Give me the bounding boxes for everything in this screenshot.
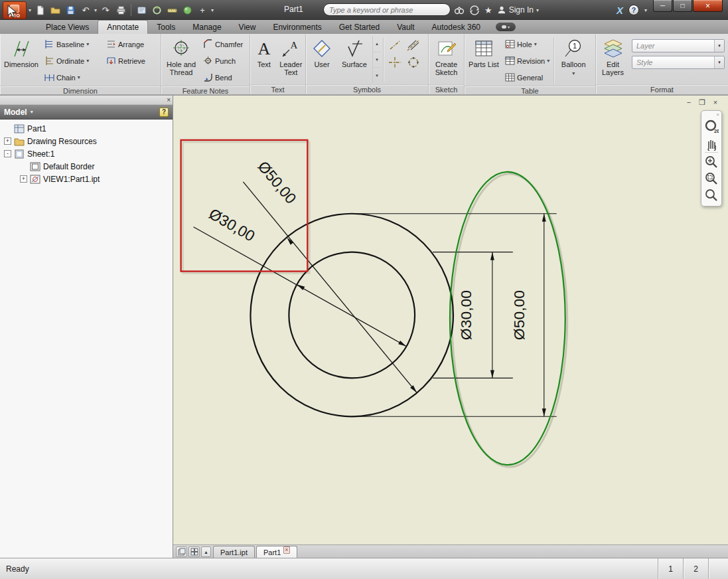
- linear-dimension-30[interactable]: Ø30,00: [433, 252, 513, 378]
- panel-label-table[interactable]: Table: [465, 86, 595, 96]
- expander-icon[interactable]: +: [4, 137, 11, 145]
- drawing-canvas[interactable]: − ❐ × × 2D: [173, 96, 728, 558]
- panel-label-text[interactable]: Text: [250, 84, 305, 94]
- maximize-button[interactable]: □: [673, 0, 692, 12]
- bend-button[interactable]: Bend: [200, 69, 246, 86]
- tab-place-views[interactable]: Place Views: [37, 21, 98, 34]
- help-search-box[interactable]: [323, 3, 451, 16]
- drawing-view[interactable]: Ø50,00 Ø30,00 Ø30,00: [173, 96, 728, 544]
- dim-label-linear-30[interactable]: Ø30,00: [457, 290, 474, 340]
- exchange-apps-icon[interactable]: X: [617, 5, 623, 16]
- centerline-bisector-button[interactable]: [405, 37, 422, 53]
- panel-label-sketch[interactable]: Sketch: [429, 84, 464, 94]
- centerline-button[interactable]: [386, 37, 403, 53]
- gallery-up-button[interactable]: ▴: [373, 37, 381, 52]
- centered-pattern-button[interactable]: [405, 54, 422, 70]
- retrieve-button[interactable]: Retrieve: [104, 52, 148, 69]
- punch-button[interactable]: Punch: [200, 52, 246, 69]
- print-button[interactable]: [114, 3, 127, 17]
- hole-table-button[interactable]: Hole ▾: [502, 36, 552, 52]
- dimension-button[interactable]: Dimension: [1, 35, 42, 86]
- new-file-button[interactable]: [33, 3, 46, 17]
- style-select[interactable]: Style ▾: [632, 56, 725, 69]
- save-button[interactable]: [64, 3, 77, 17]
- close-button[interactable]: ×: [693, 0, 723, 12]
- tile-windows-button[interactable]: [188, 546, 200, 557]
- measure-button[interactable]: [165, 3, 179, 17]
- tab-vault[interactable]: Vault: [388, 21, 423, 34]
- subscription-icon[interactable]: [469, 5, 480, 15]
- binoculars-icon[interactable]: [454, 5, 465, 15]
- hole-and-thread-button[interactable]: Hole and Thread: [162, 35, 200, 86]
- help-button[interactable]: ?: [628, 5, 639, 15]
- expander-icon[interactable]: -: [4, 150, 11, 157]
- dim-label-leader-30[interactable]: Ø30,00: [206, 205, 257, 245]
- redo-button[interactable]: ↷: [99, 3, 112, 17]
- text-button[interactable]: A Text: [251, 35, 277, 84]
- tab-view[interactable]: View: [230, 21, 265, 34]
- tab-close-icon[interactable]: ×: [283, 546, 289, 554]
- leader-dimension-50[interactable]: Ø50,00: [243, 157, 417, 392]
- favorites-star-icon[interactable]: ★: [484, 5, 492, 15]
- panel-label-symbols[interactable]: Symbols: [306, 84, 428, 94]
- help-chevron-icon[interactable]: ▾: [644, 7, 647, 13]
- ribbon-display-toggle[interactable]: ▾: [496, 23, 516, 31]
- doc-tab-part1-ipt[interactable]: Part1.ipt: [213, 546, 255, 558]
- general-table-button[interactable]: General: [502, 69, 552, 86]
- gallery-expand-button[interactable]: ▾: [373, 68, 381, 83]
- linear-dimension-50[interactable]: Ø50,00: [352, 214, 557, 417]
- tree-item-drawing-resources[interactable]: + Drawing Resources: [1, 135, 171, 147]
- sign-in-button[interactable]: Sign In ▾: [497, 5, 539, 15]
- chevron-down-icon[interactable]: ▾: [714, 56, 724, 68]
- undo-button[interactable]: ↶: [79, 3, 92, 17]
- navbar-close-icon[interactable]: ×: [716, 112, 719, 118]
- surface-texture-button[interactable]: Surface: [337, 35, 372, 84]
- doc-restore-icon[interactable]: ❐: [697, 98, 707, 107]
- ordinate-button[interactable]: Ordinate ▾: [42, 52, 104, 69]
- dim-label-linear-50[interactable]: Ø50,00: [510, 290, 528, 340]
- tab-environments[interactable]: Environments: [264, 21, 330, 34]
- tree-item-sheet1[interactable]: - Sheet:1: [1, 147, 171, 160]
- tree-item-default-border[interactable]: Default Border: [1, 160, 171, 173]
- leader-dimension-30[interactable]: Ø30,00: [194, 205, 407, 347]
- tree-item-part1[interactable]: Part1: [1, 122, 171, 135]
- layer-select[interactable]: Layer ▾: [632, 39, 725, 52]
- doc-tab-part1[interactable]: Part1 ×: [256, 546, 297, 558]
- expander-icon[interactable]: +: [20, 175, 27, 183]
- create-sketch-button[interactable]: Create Sketch: [429, 35, 463, 84]
- balloon-button[interactable]: 1 Balloon ▾: [555, 35, 591, 86]
- browser-help-button[interactable]: ?: [159, 108, 169, 117]
- open-button[interactable]: [48, 3, 62, 17]
- chamfer-button[interactable]: Chamfer: [200, 36, 246, 52]
- panel-label-dimension[interactable]: Dimension: [0, 86, 161, 96]
- qat-customize-chevron-icon[interactable]: ▾: [211, 7, 214, 13]
- minimize-button[interactable]: ─: [653, 0, 672, 12]
- center-mark-button[interactable]: [386, 54, 403, 70]
- appearance-button[interactable]: [181, 3, 194, 17]
- baseline-button[interactable]: Baseline ▾: [42, 36, 104, 52]
- arrange-button[interactable]: Arrange: [104, 36, 147, 52]
- panel-label-feature-notes[interactable]: Feature Notes: [161, 86, 250, 96]
- parts-list-button[interactable]: Parts List: [465, 35, 502, 86]
- update-button[interactable]: [150, 3, 163, 17]
- tab-autodesk-360[interactable]: Autodesk 360: [423, 21, 489, 34]
- tree-item-view1[interactable]: + VIEW1:Part1.ipt: [1, 173, 171, 185]
- tab-manage[interactable]: Manage: [184, 21, 230, 34]
- leader-text-button[interactable]: A Leader Text: [277, 35, 305, 84]
- tab-tools[interactable]: Tools: [148, 21, 184, 34]
- doc-close-icon[interactable]: ×: [711, 98, 720, 107]
- application-menu-button[interactable]: PRO: [3, 1, 27, 19]
- steering-wheel-button[interactable]: 2D: [703, 118, 720, 135]
- expand-tabs-button[interactable]: ▴: [201, 546, 211, 557]
- revision-table-button[interactable]: Revision ▾: [502, 52, 552, 69]
- panel-label-format[interactable]: Format: [596, 84, 728, 94]
- chain-button[interactable]: Chain ▾: [42, 69, 104, 86]
- arrange-windows-button[interactable]: [176, 546, 187, 557]
- gallery-down-button[interactable]: ▾: [373, 52, 381, 68]
- zoom-all-button[interactable]: [703, 187, 720, 203]
- dim-label-leader-50[interactable]: Ø50,00: [254, 157, 299, 207]
- zoom-in-button[interactable]: [703, 153, 720, 170]
- tab-annotate[interactable]: Annotate: [98, 20, 148, 34]
- browser-close-icon[interactable]: ×: [167, 96, 171, 104]
- iproperties-button[interactable]: [135, 3, 148, 17]
